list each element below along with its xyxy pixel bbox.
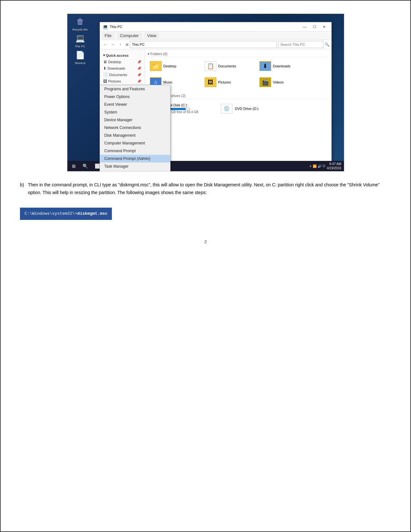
drives-grid: 🖥 Local Disk (C:) 51.9 GB free of 59.4 G… bbox=[148, 102, 329, 115]
menu-control-panel[interactable]: Control Panel bbox=[100, 170, 170, 172]
folder-documents[interactable]: 📋 Documents bbox=[202, 60, 254, 73]
view-tab[interactable]: View bbox=[144, 32, 160, 39]
downloads-folder-icon: ⬇ bbox=[259, 61, 271, 71]
cortana-button[interactable]: 🔍 bbox=[80, 161, 91, 171]
context-menu: Programs and Features Power Options Even… bbox=[100, 85, 171, 172]
menu-system[interactable]: System bbox=[100, 108, 170, 116]
desktop-nav-icon: 🖥 bbox=[103, 60, 107, 64]
start-button[interactable]: ⊞ bbox=[69, 161, 79, 171]
cmd-block: C:\Windows\system32\>diskmgmt.msc bbox=[20, 208, 112, 220]
system-tray: ∧ 📶 🔊 🗨 bbox=[309, 164, 326, 168]
text-content: b) Then in the command prompt, in CLI ty… bbox=[20, 181, 391, 226]
folder-pictures[interactable]: 🖼 Pictures bbox=[202, 76, 254, 89]
nav-item-downloads[interactable]: ⬇ Downloads 📌 bbox=[101, 65, 143, 72]
taskbar-clock[interactable]: 8:47 AM 4/19/2016 bbox=[327, 162, 341, 170]
cmd-block-container: C:\Windows\system32\>diskmgmt.msc bbox=[20, 204, 391, 226]
quick-access-header[interactable]: ▾ Quick access bbox=[101, 52, 143, 59]
address-input[interactable] bbox=[130, 41, 277, 48]
notifications-icon[interactable]: 🗨 bbox=[322, 164, 326, 168]
nav-item-desktop[interactable]: 🖥 Desktop 📌 bbox=[101, 59, 143, 65]
pictures-folder-icon: 🖼 bbox=[205, 77, 216, 87]
folder-downloads[interactable]: ⬇ Downloads bbox=[257, 60, 309, 73]
menu-computer-management[interactable]: Computer Management bbox=[100, 139, 170, 147]
dvd-icon: 💿 bbox=[221, 104, 232, 113]
window-titlebar: 💻 This PC — ☐ ✕ bbox=[100, 22, 331, 32]
cmd-normal-text: C:\Windows\system32\> bbox=[24, 211, 77, 216]
computer-icon-small: 🖥 bbox=[125, 43, 129, 46]
recycle-bin-icon[interactable]: 🗑 Recycle Bin bbox=[71, 17, 90, 31]
tray-chevron[interactable]: ∧ bbox=[309, 164, 312, 168]
folders-grid: 📁 Desktop 📋 Documents ⬇ Downloads ♫ bbox=[148, 60, 329, 89]
menu-device-manager[interactable]: Device Manager bbox=[100, 116, 170, 124]
devices-section-header: ▾ Devices and drives (2) bbox=[148, 94, 329, 99]
menu-disk-management[interactable]: Disk Management bbox=[100, 132, 170, 139]
taskbar-right: ∧ 📶 🔊 🗨 8:47 AM 4/19/2016 bbox=[309, 162, 343, 170]
maximize-button[interactable]: ☐ bbox=[310, 24, 319, 30]
chevron-down-icon: ▾ bbox=[103, 53, 105, 57]
back-button[interactable]: ← bbox=[102, 41, 108, 48]
up-button[interactable]: ↑ bbox=[117, 41, 124, 48]
cmd-bold-text: diskmgmt.msc bbox=[77, 211, 108, 216]
file-tab[interactable]: File bbox=[102, 32, 114, 39]
menu-task-manager[interactable]: Task Manager bbox=[100, 163, 170, 170]
pin-icon3: 📌 bbox=[137, 73, 142, 77]
documents-nav-icon: 📄 bbox=[103, 73, 108, 77]
pictures-nav-icon: 🖼 bbox=[103, 79, 107, 84]
this-pc-icon[interactable]: 💻 This PC bbox=[71, 34, 90, 48]
pin-icon4: 📌 bbox=[137, 79, 142, 84]
ribbon: File Computer View bbox=[100, 32, 331, 40]
folder-desktop[interactable]: 📁 Desktop bbox=[148, 60, 199, 73]
menu-power-options[interactable]: Power Options bbox=[100, 93, 170, 101]
menu-programs-features[interactable]: Programs and Features bbox=[100, 85, 170, 93]
pin-icon2: 📌 bbox=[137, 66, 142, 71]
window-title: This PC bbox=[110, 25, 122, 29]
drive-d[interactable]: 💿 DVD Drive (D:) bbox=[219, 102, 283, 115]
desktop-icons: 🗑 Recycle Bin 💻 This PC 📄 Shortcut bbox=[71, 17, 90, 65]
minimize-button[interactable]: — bbox=[300, 24, 309, 30]
chevron-folders-icon: ▾ bbox=[148, 52, 151, 56]
menu-command-prompt[interactable]: Command Prompt bbox=[100, 147, 170, 155]
search-input[interactable] bbox=[278, 41, 323, 48]
folder-videos[interactable]: 🎬 Videos bbox=[257, 76, 309, 89]
close-button[interactable]: ✕ bbox=[320, 24, 329, 30]
videos-folder-icon: 🎬 bbox=[259, 77, 271, 87]
pin-icon: 📌 bbox=[137, 60, 142, 64]
search-icon: 🔍 bbox=[325, 42, 329, 47]
desktop-folder-icon: 📁 bbox=[150, 61, 161, 71]
menu-command-prompt-admin[interactable]: Command Prompt (Admin) bbox=[100, 155, 170, 163]
volume-icon[interactable]: 🔊 bbox=[318, 164, 321, 168]
forward-button[interactable]: → bbox=[110, 41, 116, 48]
folders-section-header: ▾ Folders (6) bbox=[148, 52, 329, 57]
main-content: ▾ Folders (6) 📁 Desktop 📋 Documents bbox=[145, 49, 331, 172]
window-icon: 💻 bbox=[103, 24, 108, 29]
list-label-b: b) bbox=[20, 181, 24, 201]
downloads-nav-icon: ⬇ bbox=[103, 66, 106, 71]
nav-item-pictures[interactable]: 🖼 Pictures 📌 bbox=[101, 78, 143, 84]
shortcut-icon[interactable]: 📄 Shortcut bbox=[71, 51, 90, 65]
documents-folder-icon: 📋 bbox=[205, 61, 216, 71]
computer-tab[interactable]: Computer bbox=[117, 32, 142, 39]
list-item-b: b) Then in the command prompt, in CLI ty… bbox=[20, 181, 391, 201]
titlebar-controls: — ☐ ✕ bbox=[300, 24, 329, 30]
screenshot: 🗑 Recycle Bin 💻 This PC 📄 Shortcut 💻 Thi… bbox=[67, 14, 344, 172]
page-number: 2 bbox=[20, 239, 391, 244]
page: 🗑 Recycle Bin 💻 This PC 📄 Shortcut 💻 Thi… bbox=[0, 0, 411, 532]
address-bar: ← → ↑ 🖥 🔍 bbox=[100, 40, 331, 49]
description-b: Then in the command prompt, in CLI type … bbox=[28, 181, 391, 197]
nav-item-documents[interactable]: 📄 Documents 📌 bbox=[101, 72, 143, 78]
network-icon: 📶 bbox=[313, 164, 317, 168]
menu-network-connections[interactable]: Network Connections bbox=[100, 124, 170, 132]
menu-event-viewer[interactable]: Event Viewer bbox=[100, 101, 170, 108]
